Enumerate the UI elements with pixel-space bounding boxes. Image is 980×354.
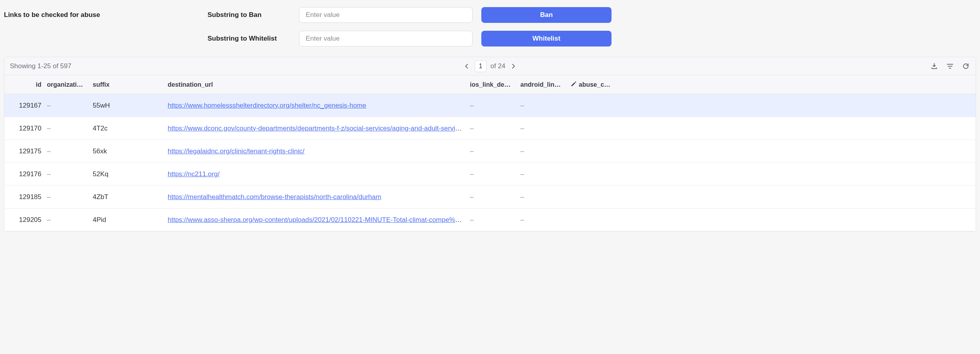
ban-button[interactable]: Ban <box>481 7 612 23</box>
whitelist-button[interactable]: Whitelist <box>481 31 612 47</box>
cell-url: https://legalaidnc.org/clinic/tenant-rig… <box>168 147 470 155</box>
cell-id: 129167 <box>10 102 47 110</box>
ban-label: Substring to Ban <box>208 11 299 19</box>
download-icon[interactable] <box>930 62 939 71</box>
col-suffix[interactable]: suffix <box>93 81 168 88</box>
cell-url: https://mentalhealthmatch.com/browse-the… <box>168 193 470 201</box>
prev-page-button[interactable] <box>462 62 471 71</box>
cell-url: https://nc211.org/ <box>168 170 470 178</box>
cell-organization: – <box>47 125 93 132</box>
cell-id: 129176 <box>10 170 47 178</box>
cell-android: – <box>520 216 571 224</box>
destination-link[interactable]: https://www.asso-sherpa.org/wp-content/u… <box>168 216 467 224</box>
page-input[interactable] <box>475 60 486 72</box>
cell-android: – <box>520 125 571 132</box>
results-panel: Showing 1-25 of 597 of 24 <box>4 57 976 232</box>
pagination: of 24 <box>462 60 518 72</box>
cell-organization: – <box>47 170 93 178</box>
col-organization[interactable]: organizati… <box>47 81 93 88</box>
refresh-icon[interactable] <box>961 62 970 71</box>
next-page-button[interactable] <box>509 62 518 71</box>
cell-android: – <box>520 102 571 110</box>
cell-android: – <box>520 170 571 178</box>
cell-id: 129185 <box>10 193 47 201</box>
page-title: Links to be checked for abuse <box>4 11 208 19</box>
cell-suffix: 4Pid <box>93 216 168 224</box>
destination-link[interactable]: https://nc211.org/ <box>168 170 219 178</box>
cell-ios: – <box>470 147 520 155</box>
cell-suffix: 55wH <box>93 102 168 110</box>
cell-url: https://www.dconc.gov/county-departments… <box>168 125 470 132</box>
cell-id: 129205 <box>10 216 47 224</box>
cell-url: https://www.homelessshelterdirectory.org… <box>168 102 470 110</box>
cell-android: – <box>520 147 571 155</box>
col-destination-url[interactable]: destination_url <box>168 81 470 88</box>
destination-link[interactable]: https://www.dconc.gov/county-departments… <box>168 125 465 132</box>
destination-link[interactable]: https://www.homelessshelterdirectory.org… <box>168 102 366 109</box>
whitelist-input[interactable] <box>299 31 473 47</box>
showing-text: Showing 1-25 of 597 <box>10 62 71 70</box>
table-row[interactable]: 129167–55wHhttps://www.homelessshelterdi… <box>4 94 976 117</box>
table-row[interactable]: 129170–4T2chttps://www.dconc.gov/county-… <box>4 117 976 140</box>
cell-ios: – <box>470 216 520 224</box>
cell-suffix: 4T2c <box>93 125 168 132</box>
cell-android: – <box>520 193 571 201</box>
cell-id: 129175 <box>10 147 47 155</box>
cell-organization: – <box>47 193 93 201</box>
cell-suffix: 56xk <box>93 147 168 155</box>
table-row[interactable]: 129176–52Kqhttps://nc211.org/–– <box>4 163 976 186</box>
filter-icon[interactable] <box>946 62 954 71</box>
cell-ios: – <box>470 170 520 178</box>
cell-ios: – <box>470 102 520 110</box>
col-abuse[interactable]: abuse_c… <box>571 81 613 88</box>
table-row[interactable]: 129175–56xkhttps://legalaidnc.org/clinic… <box>4 140 976 163</box>
cell-organization: – <box>47 102 93 110</box>
cell-ios: – <box>470 125 520 132</box>
ban-input[interactable] <box>299 7 473 23</box>
cell-url: https://www.asso-sherpa.org/wp-content/u… <box>168 216 470 224</box>
table-row[interactable]: 129205–4Pidhttps://www.asso-sherpa.org/w… <box>4 209 976 231</box>
page-total: of 24 <box>490 62 505 70</box>
cell-id: 129170 <box>10 125 47 132</box>
destination-link[interactable]: https://legalaidnc.org/clinic/tenant-rig… <box>168 147 305 155</box>
whitelist-label: Substring to Whitelist <box>208 35 299 43</box>
col-id[interactable]: id <box>10 81 47 88</box>
table-header: id organizati… suffix destination_url io… <box>4 75 976 94</box>
cell-ios: – <box>470 193 520 201</box>
cell-suffix: 4ZbT <box>93 193 168 201</box>
cell-suffix: 52Kq <box>93 170 168 178</box>
col-ios-link[interactable]: ios_link_de… <box>470 81 520 88</box>
cell-organization: – <box>47 216 93 224</box>
pencil-icon <box>571 81 576 88</box>
table-row[interactable]: 129185–4ZbThttps://mentalhealthmatch.com… <box>4 186 976 209</box>
col-android-link[interactable]: android_lin… <box>520 81 571 88</box>
destination-link[interactable]: https://mentalhealthmatch.com/browse-the… <box>168 193 381 201</box>
cell-organization: – <box>47 147 93 155</box>
